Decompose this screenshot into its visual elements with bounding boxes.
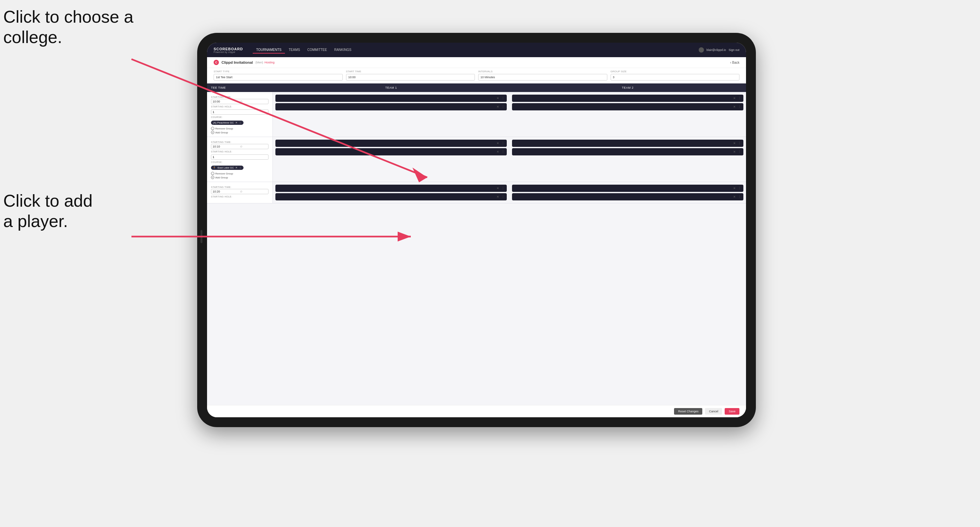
nav-rankings[interactable]: RANKINGS <box>331 47 355 54</box>
group-size-select[interactable]: 3 <box>611 74 740 81</box>
player-slot-3b[interactable]: ✕ ⋮ <box>275 193 507 200</box>
starting-time-label-3: STARTING TIME: <box>211 186 269 188</box>
team2-col-3: ✕ ⋮ ✕ ⋮ <box>509 182 746 203</box>
remove-icon-1: – <box>211 127 214 130</box>
player-controls-2a: ✕ ⋮ <box>496 141 505 145</box>
intervals-select[interactable]: 10 Minutes <box>478 74 607 81</box>
more-course-1[interactable]: ⋮ <box>239 121 242 124</box>
table-header: Tee Time Team 1 Team 2 <box>207 83 746 92</box>
course-tag-1[interactable]: (A) Peachtree GC ✕ ⋮ <box>211 121 243 125</box>
more-btn-3d[interactable]: ⋮ <box>737 195 741 199</box>
expand-btn-2a[interactable]: ✕ <box>496 141 500 145</box>
expand-btn-1b[interactable]: ✕ <box>496 105 500 109</box>
expand-btn-3c[interactable]: ✕ <box>733 186 737 190</box>
sub-header: C Clippd Invitational (Men) Hosting ‹ Ba… <box>207 57 746 68</box>
expand-btn-2c[interactable]: ✕ <box>733 141 737 145</box>
expand-btn-3b[interactable]: ✕ <box>496 195 500 199</box>
player-slot-3a[interactable]: ✕ ⋮ <box>275 185 507 192</box>
tee-row-2: STARTING TIME: 10:10 ⏱ STARTING HOLE: 1 … <box>207 137 746 182</box>
more-btn-1a[interactable]: ⋮ <box>501 96 505 100</box>
more-btn-3b[interactable]: ⋮ <box>501 195 505 199</box>
player-slot-2d[interactable]: ✕ ⋮ <box>512 148 743 156</box>
player-slot-2a[interactable]: ✕ ⋮ <box>275 140 507 147</box>
user-avatar <box>699 47 704 52</box>
tee-left-3: STARTING TIME: 10:20 ⏱ STARTING HOLE: <box>207 182 273 203</box>
player-slot-1b[interactable]: ✕ ⋮ <box>275 103 507 110</box>
more-btn-2c[interactable]: ⋮ <box>737 141 741 145</box>
expand-btn-3d[interactable]: ✕ <box>733 195 737 199</box>
more-btn-1d[interactable]: ⋮ <box>737 105 741 109</box>
expand-btn-1a[interactable]: ✕ <box>496 96 500 100</box>
remove-course-2[interactable]: ✕ <box>235 166 238 169</box>
remove-course-1[interactable]: ✕ <box>235 121 238 124</box>
more-btn-1b[interactable]: ⋮ <box>501 105 505 109</box>
nav-right: blair@clippd.io Sign out <box>699 47 740 52</box>
hosting-label: Hosting <box>264 61 275 64</box>
team2-col-2: ✕ ⋮ ✕ ⋮ <box>509 137 746 182</box>
tablet-frame: SCOREBOARD Powered by clippd TOURNAMENTS… <box>197 33 756 427</box>
expand-btn-1c[interactable]: ✕ <box>733 96 737 100</box>
sign-out-link[interactable]: Sign out <box>729 48 740 52</box>
reset-button[interactable]: Reset Changes <box>674 408 702 414</box>
more-btn-2a[interactable]: ⋮ <box>501 141 505 145</box>
remove-group-link-2[interactable]: – Remove Group <box>211 172 269 175</box>
navbar: SCOREBOARD Powered by clippd TOURNAMENTS… <box>207 43 746 57</box>
start-type-select[interactable]: 1st Tee Start <box>214 74 343 81</box>
nav-committee[interactable]: COMMITTEE <box>304 47 330 54</box>
course-tag-2[interactable]: 🏌 East Lake GC ✕ ⋮ <box>211 166 243 170</box>
starting-hole-select-2[interactable]: 1 <box>211 154 269 160</box>
cancel-button[interactable]: Cancel <box>705 408 722 414</box>
start-time-select[interactable]: 10:00 <box>346 74 475 81</box>
add-icon-2: + <box>211 176 214 179</box>
add-group-link-1[interactable]: + Add Group <box>211 131 269 134</box>
more-btn-3a[interactable]: ⋮ <box>501 186 505 190</box>
more-btn-2b[interactable]: ⋮ <box>501 150 505 154</box>
nav-teams[interactable]: TEAMS <box>286 47 303 54</box>
tee-row: STARTING TIME: 10:00 ⏱ STARTING HOLE: 1 … <box>207 92 746 137</box>
more-btn-2d[interactable]: ⋮ <box>737 150 741 154</box>
player-slot-1d[interactable]: ✕ ⋮ <box>512 103 743 110</box>
player-slot-2b[interactable]: ✕ ⋮ <box>275 148 507 156</box>
starting-hole-label-2: STARTING HOLE: <box>211 151 269 153</box>
starting-time-input-2[interactable]: 10:10 ⏱ <box>211 144 269 149</box>
starting-time-input-3[interactable]: 10:20 ⏱ <box>211 189 269 194</box>
player-controls-1a: ✕ ⋮ <box>496 96 505 100</box>
player-controls-3b: ✕ ⋮ <box>496 195 505 199</box>
remove-icon-2: – <box>211 172 214 175</box>
group-size-group: Group Size 3 <box>611 70 740 81</box>
more-course-2[interactable]: ⋮ <box>239 166 242 169</box>
action-links-2: – Remove Group + Add Group <box>211 172 269 179</box>
nav-tournaments[interactable]: TOURNAMENTS <box>253 47 285 54</box>
main-content: STARTING TIME: 10:00 ⏱ STARTING HOLE: 1 … <box>207 92 746 405</box>
save-button[interactable]: Save <box>725 408 740 414</box>
starting-time-input-1[interactable]: 10:00 ⏱ <box>211 99 269 104</box>
remove-group-link-1[interactable]: – Remove Group <box>211 127 269 130</box>
nav-links: TOURNAMENTS TEAMS COMMITTEE RANKINGS <box>253 47 698 54</box>
player-slot-1c[interactable]: ✕ ⋮ <box>512 95 743 102</box>
player-slot-3d[interactable]: ✕ ⋮ <box>512 193 743 200</box>
player-slot-3c[interactable]: ✕ ⋮ <box>512 185 743 192</box>
player-slot-1a[interactable]: ✕ ⋮ <box>275 95 507 102</box>
expand-btn-1d[interactable]: ✕ <box>733 105 737 109</box>
back-button[interactable]: ‹ Back <box>730 61 740 64</box>
starting-hole-select-1[interactable]: 1 <box>211 110 269 115</box>
starting-time-label-1: STARTING TIME: <box>211 96 269 98</box>
expand-btn-2d[interactable]: ✕ <box>733 150 737 154</box>
expand-btn-3a[interactable]: ✕ <box>496 186 500 190</box>
team2-col-1: ✕ ⋮ ✕ ⋮ <box>509 92 746 137</box>
player-controls-2b: ✕ ⋮ <box>496 150 505 154</box>
add-icon-1: + <box>211 131 214 134</box>
side-button[interactable] <box>200 230 202 243</box>
player-controls-2c: ✕ ⋮ <box>733 141 741 145</box>
tournament-title: Clippd Invitational <box>221 60 253 64</box>
start-time-label: Start Time <box>346 70 475 73</box>
add-group-link-2[interactable]: + Add Group <box>211 176 269 179</box>
player-controls-3c: ✕ ⋮ <box>733 186 741 190</box>
expand-btn-2b[interactable]: ✕ <box>496 150 500 154</box>
player-slot-2c[interactable]: ✕ ⋮ <box>512 140 743 147</box>
team1-col-3: ✕ ⋮ ✕ ⋮ <box>273 182 509 203</box>
brand-sub: Powered by clippd <box>214 51 243 53</box>
team1-col-1: ✕ ⋮ ✕ ⋮ <box>273 92 509 137</box>
more-btn-1c[interactable]: ⋮ <box>737 96 741 100</box>
more-btn-3c[interactable]: ⋮ <box>737 186 741 190</box>
